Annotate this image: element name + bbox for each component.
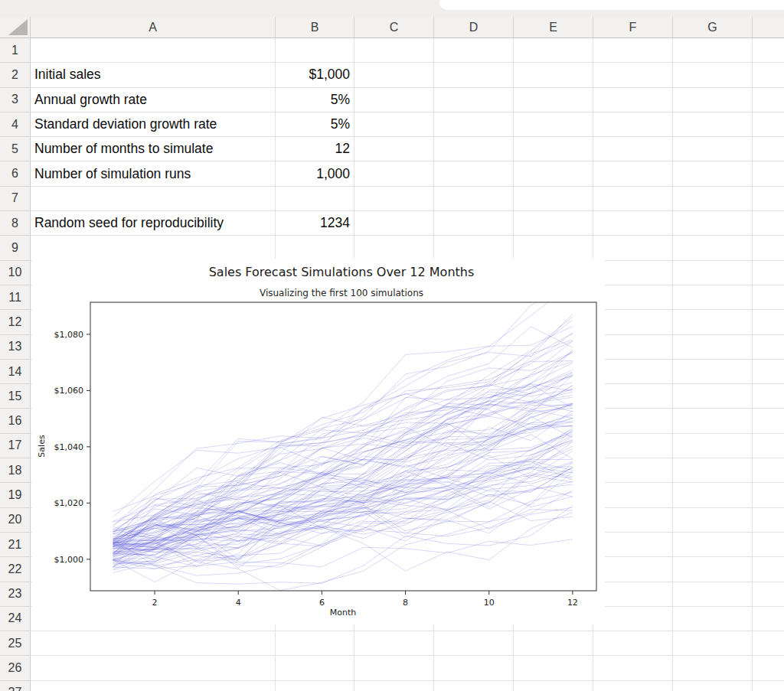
column-header-E[interactable]: E <box>514 17 593 38</box>
cell-C8[interactable] <box>354 211 434 236</box>
cell-A3[interactable]: Annual growth rate <box>31 88 276 112</box>
cell-F20[interactable] <box>593 508 673 533</box>
row-header-10[interactable]: 10 <box>0 261 31 285</box>
cell-B26[interactable] <box>276 656 354 680</box>
cell-G24[interactable] <box>673 607 753 631</box>
cell-G3[interactable] <box>673 88 753 112</box>
cell-H8[interactable] <box>753 211 784 236</box>
cell-G6[interactable] <box>673 161 753 186</box>
cell-H17[interactable] <box>753 434 784 458</box>
cell-A1[interactable] <box>31 38 276 63</box>
cell-D8[interactable] <box>434 211 514 236</box>
cell-H3[interactable] <box>753 88 784 112</box>
cell-F25[interactable] <box>593 631 673 656</box>
row-header-3[interactable]: 3 <box>0 88 31 112</box>
cell-G23[interactable] <box>673 582 753 607</box>
cell-A2[interactable]: Initial sales <box>31 63 276 87</box>
cell-F21[interactable] <box>593 533 673 557</box>
cell-E6[interactable] <box>514 161 593 186</box>
cell-G12[interactable] <box>673 310 753 334</box>
cell-F16[interactable] <box>593 409 673 433</box>
cell-D4[interactable] <box>434 112 514 137</box>
row-header-17[interactable]: 17 <box>0 434 31 458</box>
cell-G5[interactable] <box>673 137 753 161</box>
cell-C6[interactable] <box>354 161 434 186</box>
cell-E27[interactable] <box>514 681 593 691</box>
row-header-7[interactable]: 7 <box>0 187 31 211</box>
cell-B25[interactable] <box>276 631 354 656</box>
cell-E4[interactable] <box>514 112 593 137</box>
cell-F13[interactable] <box>593 335 673 360</box>
cell-G1[interactable] <box>673 38 753 63</box>
row-header-24[interactable]: 24 <box>0 607 31 631</box>
cell-E7[interactable] <box>514 187 593 211</box>
cell-A6[interactable]: Number of simulation runs <box>31 161 276 186</box>
cell-F23[interactable] <box>593 582 673 607</box>
cell-G10[interactable] <box>673 261 753 285</box>
cell-F5[interactable] <box>593 137 673 161</box>
column-header-B[interactable]: B <box>276 17 354 38</box>
cell-G16[interactable] <box>673 409 753 433</box>
cell-B27[interactable] <box>276 681 354 691</box>
row-header-21[interactable]: 21 <box>0 533 31 557</box>
cell-F18[interactable] <box>593 458 673 483</box>
cell-F6[interactable] <box>593 161 673 186</box>
cell-E2[interactable] <box>514 63 593 87</box>
cell-H19[interactable] <box>753 483 784 507</box>
cell-A9[interactable] <box>31 236 276 260</box>
cell-G20[interactable] <box>673 508 753 533</box>
cell-G14[interactable] <box>673 360 753 384</box>
cell-C26[interactable] <box>354 656 434 680</box>
cell-B1[interactable] <box>276 38 354 63</box>
row-header-23[interactable]: 23 <box>0 582 31 607</box>
cell-H15[interactable] <box>753 384 784 409</box>
cell-G26[interactable] <box>673 656 753 680</box>
cell-F19[interactable] <box>593 483 673 507</box>
column-header-F[interactable]: F <box>593 17 673 38</box>
row-header-11[interactable]: 11 <box>0 285 31 310</box>
cell-E25[interactable] <box>514 631 593 656</box>
select-all-corner[interactable] <box>0 17 31 38</box>
cell-B3[interactable]: 5% <box>276 88 354 112</box>
cell-F9[interactable] <box>593 236 673 260</box>
cell-G15[interactable] <box>673 384 753 409</box>
cell-A4[interactable]: Standard deviation growth rate <box>31 112 276 137</box>
row-header-16[interactable]: 16 <box>0 409 31 433</box>
cell-B8[interactable]: 1234 <box>276 211 354 236</box>
row-header-26[interactable]: 26 <box>0 656 31 680</box>
cell-E5[interactable] <box>514 137 593 161</box>
cell-C5[interactable] <box>354 137 434 161</box>
cell-F17[interactable] <box>593 434 673 458</box>
cell-H4[interactable] <box>753 112 784 137</box>
cell-A5[interactable]: Number of months to simulate <box>31 137 276 161</box>
row-header-5[interactable]: 5 <box>0 137 31 161</box>
cell-A27[interactable] <box>31 681 276 691</box>
cell-C4[interactable] <box>354 112 434 137</box>
cell-G17[interactable] <box>673 434 753 458</box>
cell-E1[interactable] <box>514 38 593 63</box>
cell-G19[interactable] <box>673 483 753 507</box>
cell-D1[interactable] <box>434 38 514 63</box>
cell-G22[interactable] <box>673 557 753 582</box>
cell-H12[interactable] <box>753 310 784 334</box>
cell-F2[interactable] <box>593 63 673 87</box>
row-header-4[interactable]: 4 <box>0 112 31 137</box>
cell-D3[interactable] <box>434 88 514 112</box>
cell-H1[interactable] <box>753 38 784 63</box>
cell-H23[interactable] <box>753 582 784 607</box>
cell-H14[interactable] <box>753 360 784 384</box>
cell-D6[interactable] <box>434 161 514 186</box>
cell-E26[interactable] <box>514 656 593 680</box>
cell-A8[interactable]: Random seed for reproducibility <box>31 211 276 236</box>
cell-H22[interactable] <box>753 557 784 582</box>
cell-H16[interactable] <box>753 409 784 433</box>
cell-C2[interactable] <box>354 63 434 87</box>
cell-H11[interactable] <box>753 285 784 310</box>
cell-H24[interactable] <box>753 607 784 631</box>
cell-D5[interactable] <box>434 137 514 161</box>
cell-G9[interactable] <box>673 236 753 260</box>
cell-D7[interactable] <box>434 187 514 211</box>
column-header-D[interactable]: D <box>434 17 514 38</box>
cell-F27[interactable] <box>593 681 673 691</box>
cell-B7[interactable] <box>276 187 354 211</box>
